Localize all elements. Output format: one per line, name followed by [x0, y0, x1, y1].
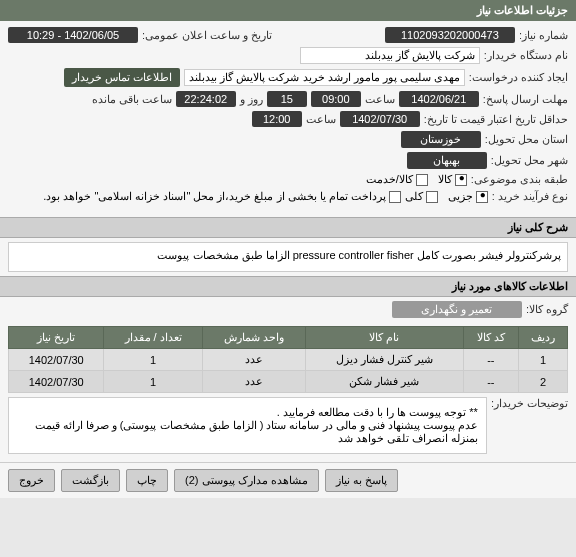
group-label: گروه کالا: [526, 303, 568, 316]
time-label-2: ساعت [306, 113, 336, 126]
requester-label: ایجاد کننده درخواست: [469, 71, 568, 84]
panel-title: جزئیات اطلاعات نیاز [477, 4, 568, 16]
buy-type-label: نوع فرآیند خرید : [492, 190, 568, 203]
th-date: تاریخ نیاز [9, 327, 104, 349]
city-label: شهر محل تحویل: [491, 154, 568, 167]
class-kala-label: کالا [438, 173, 452, 186]
table-row[interactable]: 1 -- شیر کنترل فشار دیزل عدد 1 1402/07/3… [9, 349, 568, 371]
general-desc-box: پرشرکنترولر فیشر بصورت کامل pressure con… [8, 242, 568, 272]
th-code: کد کالا [463, 327, 518, 349]
cell-code: -- [463, 371, 518, 393]
buyer-notes-line2: عدم پیوست پیشنهاد فنی و مالی در سامانه س… [17, 419, 478, 445]
days-value: 15 [267, 91, 307, 107]
th-qty: تعداد / مقدار [104, 327, 203, 349]
deadline-date: 1402/06/21 [399, 91, 479, 107]
validity-time: 12:00 [252, 111, 302, 127]
payment-note: پرداخت تمام یا بخشی از مبلغ خرید،از محل … [43, 190, 386, 203]
time-label-1: ساعت [365, 93, 395, 106]
back-button[interactable]: بازگشت [61, 469, 120, 492]
items-table: ردیف کد کالا نام کالا واحد شمارش تعداد /… [8, 326, 568, 393]
form-area: شماره نیاز: 1102093202000473 تاریخ و ساع… [0, 21, 576, 213]
group-value: تعمیر و نگهداری [392, 301, 522, 318]
cell-idx: 2 [518, 371, 567, 393]
buy-koli-label: کلی [405, 190, 423, 203]
checkbox-icon [416, 174, 428, 186]
th-name: نام کالا [305, 327, 463, 349]
class-khadamat-label: کالا/خدمت [366, 173, 413, 186]
panel-header: جزئیات اطلاعات نیاز [0, 0, 576, 21]
cell-qty: 1 [104, 371, 203, 393]
buy-koli-checkbox[interactable]: کلی [405, 190, 438, 203]
th-unit: واحد شمارش [202, 327, 305, 349]
contact-info-button[interactable]: اطلاعات تماس خریدار [64, 68, 180, 87]
cell-date: 1402/07/30 [9, 349, 104, 371]
deadline-time: 09:00 [311, 91, 361, 107]
general-desc-title: شرح کلی نیاز [0, 217, 576, 238]
button-bar: پاسخ به نیاز مشاهده مدارک پیوستی (2) چاپ… [0, 462, 576, 498]
city-value: بهبهان [407, 152, 487, 169]
class-khadamat-checkbox[interactable]: کالا/خدمت [366, 173, 428, 186]
checkbox-icon [389, 191, 401, 203]
cell-name: شیر کنترل فشار دیزل [305, 349, 463, 371]
province-label: استان محل تحویل: [485, 133, 568, 146]
cell-date: 1402/07/30 [9, 371, 104, 393]
cell-unit: عدد [202, 349, 305, 371]
cell-qty: 1 [104, 349, 203, 371]
public-date-label: تاریخ و ساعت اعلان عمومی: [142, 29, 272, 42]
buyer-notes-box: ** توجه پیوست ها را با دقت مطالعه فرمایی… [8, 397, 487, 454]
cell-idx: 1 [518, 349, 567, 371]
validity-label: حداقل تاریخ اعتبار قیمت تا تاریخ: [424, 113, 568, 126]
need-number-label: شماره نیاز: [519, 29, 568, 42]
print-button[interactable]: چاپ [126, 469, 168, 492]
exit-button[interactable]: خروج [8, 469, 55, 492]
public-date-value: 1402/06/05 - 10:29 [8, 27, 138, 43]
deadline-label: مهلت ارسال پاسخ: [483, 93, 568, 106]
th-idx: ردیف [518, 327, 567, 349]
checkbox-icon [426, 191, 438, 203]
buyer-notes-label: توضیحات خریدار: [491, 397, 568, 410]
class-kala-checkbox[interactable]: کالا [438, 173, 467, 186]
days-label: روز و [240, 93, 263, 106]
cell-code: -- [463, 349, 518, 371]
attachments-button[interactable]: مشاهده مدارک پیوستی (2) [174, 469, 319, 492]
table-row[interactable]: 2 -- شیر فشار شکن عدد 1 1402/07/30 [9, 371, 568, 393]
items-title: اطلاعات کالاهای مورد نیاز [0, 276, 576, 297]
validity-date: 1402/07/30 [340, 111, 420, 127]
buy-jozi-label: جزیی [448, 190, 473, 203]
cell-name: شیر فشار شکن [305, 371, 463, 393]
need-number-value: 1102093202000473 [385, 27, 515, 43]
buyer-org-label: نام دستگاه خریدار: [484, 49, 568, 62]
reply-button[interactable]: پاسخ به نیاز [325, 469, 398, 492]
buy-jozi-checkbox[interactable]: جزیی [448, 190, 488, 203]
cell-unit: عدد [202, 371, 305, 393]
payment-note-checkbox[interactable]: پرداخت تمام یا بخشی از مبلغ خرید،از محل … [43, 190, 401, 203]
classification-label: طبقه بندی موضوعی: [471, 173, 568, 186]
remaining-label: ساعت باقی مانده [92, 93, 172, 106]
province-value: خوزستان [401, 131, 481, 148]
buyer-notes-line1: ** توجه پیوست ها را با دقت مطالعه فرمایی… [17, 406, 478, 419]
checkbox-icon [455, 174, 467, 186]
checkbox-icon [476, 191, 488, 203]
countdown: 22:24:02 [176, 91, 236, 107]
buyer-org-value: شرکت پالایش گاز بیدبلند [300, 47, 480, 64]
items-table-wrap: ردیف کد کالا نام کالا واحد شمارش تعداد /… [0, 326, 576, 393]
requester-value: مهدی سلیمی پور مامور ارشد خرید شرکت پالا… [184, 69, 465, 86]
